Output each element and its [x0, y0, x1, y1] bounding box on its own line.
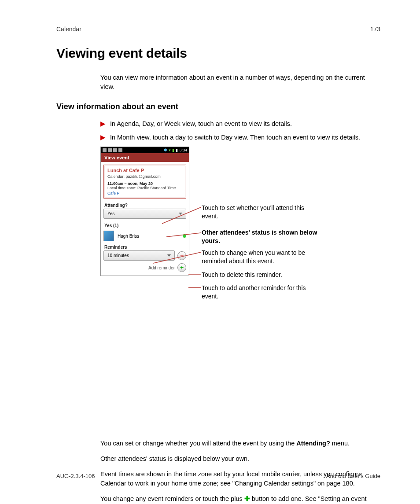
body-paragraph: Other attendees' status is displayed bel…	[100, 454, 380, 464]
attending-dropdown[interactable]: Yes	[103, 209, 186, 219]
status-icon	[103, 148, 107, 152]
window-title: View event	[101, 153, 189, 162]
clock: 3:34	[179, 148, 187, 152]
bullet-text: In Agenda, Day, or Week view, touch an e…	[110, 119, 292, 129]
event-timezone: Local time zone: Pacific Standard Time	[107, 186, 182, 190]
triangle-bullet-icon: ▶	[100, 119, 106, 129]
callout-reminder-change: Touch to change when you want to be remi…	[202, 249, 321, 265]
header-section: Calendar	[56, 26, 81, 33]
reminder-value: 10 minutes	[107, 253, 129, 258]
attendee-name: Hugh Briss	[118, 234, 179, 239]
reminders-label: Reminders	[101, 243, 189, 250]
body-paragraph: You can set or change whether you will a…	[100, 439, 380, 448]
event-location: Cafe P	[107, 191, 182, 195]
add-reminder-label: Add reminder	[148, 265, 175, 270]
footer-right: Android User's Guide	[326, 473, 380, 479]
attendee-row: Hugh Briss	[103, 231, 186, 241]
bullet-text: In Month view, touch a day to switch to …	[110, 133, 360, 142]
status-icon	[118, 148, 122, 152]
footer-left: AUG-2.3.4-106	[56, 473, 95, 479]
intro-paragraph: You can view more information about an e…	[100, 73, 380, 92]
reminder-dropdown[interactable]: 10 minutes	[103, 250, 175, 261]
plus-icon: ✚	[244, 495, 250, 502]
callout-attending: Touch to set whether you'll attend this …	[202, 204, 321, 221]
subheading: View information about an event	[56, 102, 380, 111]
page-title: Viewing event details	[56, 46, 380, 61]
bluetooth-icon: ✱	[164, 148, 167, 152]
minus-icon: −	[180, 253, 184, 259]
delete-reminder-button[interactable]: −	[177, 251, 186, 260]
callout-attendees: Other attendees' status is shown below y…	[202, 228, 321, 245]
event-title: Lunch at Cafe P	[107, 168, 182, 173]
bullet-item: ▶ In Month view, touch a day to switch t…	[100, 133, 380, 142]
attending-value: Yes	[107, 211, 114, 216]
body-paragraph: You change any event reminders or touch …	[100, 494, 380, 504]
callout-reminder-delete: Touch to delete this reminder.	[202, 271, 282, 279]
header-page-number: 173	[370, 26, 380, 33]
bullet-item: ▶ In Agenda, Day, or Week view, touch an…	[100, 119, 380, 129]
plus-icon: +	[180, 265, 184, 271]
phone-screenshot: ✱ ▾ ▮ ▮ 3:34 View event Lunch at Cafe P …	[100, 147, 189, 276]
chevron-down-icon	[179, 213, 182, 215]
status-bar: ✱ ▾ ▮ ▮ 3:34	[101, 147, 189, 153]
event-calendar: Calendar: pazditu@gmail.com	[107, 174, 182, 179]
event-time: 11:00am – noon, May 20	[107, 181, 182, 186]
chevron-down-icon	[167, 254, 171, 257]
event-card: Lunch at Cafe P Calendar: pazditu@gmail.…	[103, 165, 186, 199]
status-icon	[108, 148, 112, 152]
signal-icon: ▮	[172, 148, 174, 152]
avatar	[103, 231, 114, 241]
status-dot-icon	[183, 234, 186, 238]
yes-count-label: Yes (1)	[101, 221, 189, 229]
callout-reminder-add: Touch to add another reminder for this e…	[202, 284, 321, 301]
attending-label: Attending?	[101, 201, 189, 209]
wifi-icon: ▾	[169, 148, 171, 152]
battery-icon: ▮	[176, 148, 178, 152]
triangle-bullet-icon: ▶	[100, 133, 106, 142]
status-icon	[113, 148, 117, 152]
add-reminder-button[interactable]: +	[177, 263, 186, 272]
